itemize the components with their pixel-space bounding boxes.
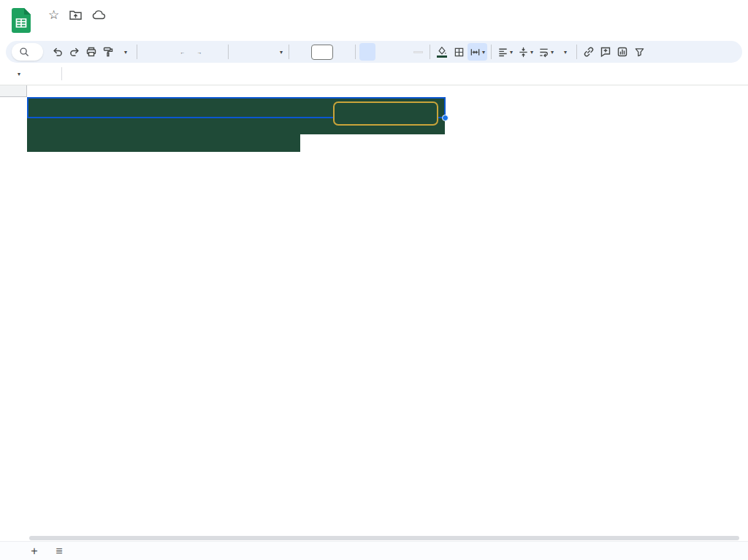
search-icon: [19, 47, 29, 57]
chevron-down-icon: ▾: [530, 49, 533, 55]
toolbar-separator: [430, 45, 430, 59]
vertical-align-button[interactable]: ▾: [516, 43, 535, 61]
merge-cells-button[interactable]: ▾: [468, 43, 487, 61]
comment-icon: [600, 46, 611, 58]
select-all-corner[interactable]: [0, 85, 27, 97]
google-sheets-app: ☆: [0, 0, 748, 560]
italic-button[interactable]: [376, 43, 392, 61]
chevron-down-icon: ▾: [551, 49, 554, 55]
star-icon[interactable]: ☆: [48, 9, 59, 21]
text-color-button[interactable]: [410, 43, 426, 61]
merge-cells-icon: [470, 47, 481, 58]
toolbar-separator: [491, 45, 492, 59]
decrease-font-size-button[interactable]: [293, 43, 309, 61]
font-size-input[interactable]: [311, 45, 333, 60]
filter-icon: [634, 47, 645, 58]
title-bar: ☆: [0, 0, 748, 37]
increase-decimal-button[interactable]: →: [191, 43, 207, 61]
fill-color-button[interactable]: [434, 43, 450, 61]
toolbar-separator: [137, 45, 137, 59]
chevron-down-icon: ▾: [564, 49, 567, 55]
more-formats-button[interactable]: [208, 43, 224, 61]
formula-bar: ▾: [0, 63, 748, 85]
google-sheets-logo-icon[interactable]: [12, 8, 31, 33]
table-header-row[interactable]: [27, 134, 300, 152]
format-percent-button[interactable]: [158, 43, 174, 61]
toolbar-separator: [228, 45, 229, 59]
chevron-down-icon: ▾: [18, 71, 20, 77]
undo-button[interactable]: [50, 43, 66, 61]
title-block: ☆: [38, 7, 106, 25]
name-box[interactable]: ▾: [0, 71, 56, 77]
chevron-down-icon: ▾: [510, 49, 513, 55]
text-wrap-button[interactable]: ▾: [536, 43, 556, 61]
text-wrap-icon: [538, 47, 549, 58]
chevron-down-icon: ▾: [124, 49, 127, 55]
zoom-select[interactable]: ▾: [117, 43, 133, 61]
toolbar-separator: [576, 45, 577, 59]
toolbar-separator: [355, 45, 356, 59]
create-filter-button[interactable]: [631, 43, 647, 61]
vertical-align-icon: [518, 47, 529, 58]
align-left-icon: [497, 47, 508, 58]
sheet-tab-partial[interactable]: [744, 542, 748, 560]
all-sheets-button[interactable]: ≡: [47, 542, 72, 560]
chart-icon: [617, 46, 628, 58]
sheet-tab-bar: + ≡: [0, 541, 748, 560]
chevron-down-icon: ▾: [482, 49, 485, 55]
print-button[interactable]: [83, 43, 99, 61]
spreadsheet-grid: [0, 85, 748, 540]
farmtechgear-logo[interactable]: [333, 101, 438, 126]
fill-handle[interactable]: [442, 115, 449, 121]
borders-button[interactable]: [451, 43, 467, 61]
formula-bar-separator: [61, 67, 62, 80]
insert-link-button[interactable]: [581, 43, 597, 61]
borders-icon: [454, 47, 465, 58]
redo-button[interactable]: [66, 43, 83, 61]
bold-button[interactable]: [359, 43, 375, 61]
link-icon: [583, 46, 595, 58]
toolbar: ▾ ← → ▾: [6, 41, 742, 63]
decrease-decimal-button[interactable]: ←: [175, 43, 191, 61]
menus-search-button[interactable]: [12, 43, 43, 61]
format-currency-button[interactable]: [141, 43, 157, 61]
add-sheet-button[interactable]: +: [22, 542, 47, 560]
paint-bucket-icon: [437, 47, 447, 55]
insert-chart-button[interactable]: [614, 43, 630, 61]
cloud-status-icon[interactable]: [92, 9, 106, 20]
horizontal-align-button[interactable]: ▾: [495, 43, 515, 61]
horizontal-scrollbar[interactable]: [29, 536, 739, 540]
toolbar-separator: [289, 45, 289, 59]
move-folder-icon[interactable]: [69, 9, 82, 20]
paint-format-button[interactable]: [100, 43, 116, 61]
strikethrough-button[interactable]: [393, 43, 409, 61]
font-family-select[interactable]: ▾: [232, 43, 285, 61]
text-rotation-button[interactable]: ▾: [557, 43, 573, 61]
increase-font-size-button[interactable]: [335, 43, 351, 61]
insert-comment-button[interactable]: [598, 43, 614, 61]
chevron-down-icon: ▾: [280, 49, 283, 55]
